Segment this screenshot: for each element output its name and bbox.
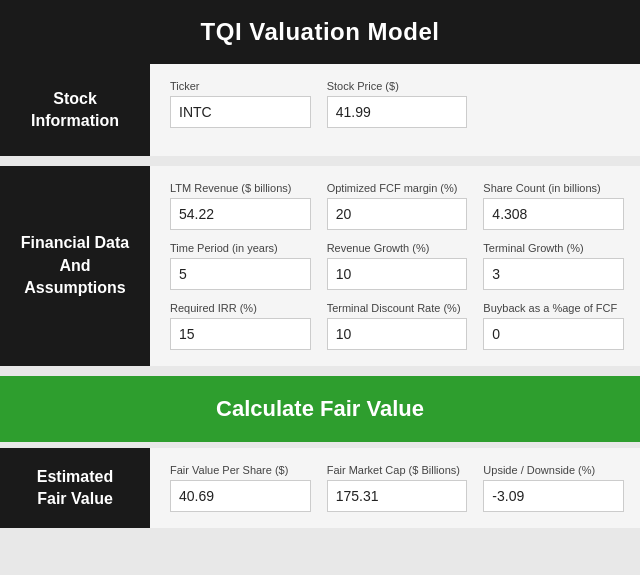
- fair-market-cap-input[interactable]: [327, 480, 468, 512]
- fair-value-share-label: Fair Value Per Share ($): [170, 464, 311, 476]
- fair-market-cap-group: Fair Market Cap ($ Billions): [327, 464, 468, 512]
- terminal-discount-label: Terminal Discount Rate (%): [327, 302, 468, 314]
- upside-downside-label: Upside / Downside (%): [483, 464, 624, 476]
- fcf-margin-label: Optimized FCF margin (%): [327, 182, 468, 194]
- time-period-label: Time Period (in years): [170, 242, 311, 254]
- stock-section-label: StockInformation: [0, 64, 150, 156]
- buyback-pct-label: Buyback as a %age of FCF: [483, 302, 624, 314]
- financial-row-3: Required IRR (%) Terminal Discount Rate …: [170, 302, 624, 350]
- financial-row-1: LTM Revenue ($ billions) Optimized FCF m…: [170, 182, 624, 230]
- required-irr-group: Required IRR (%): [170, 302, 311, 350]
- time-period-group: Time Period (in years): [170, 242, 311, 290]
- stock-fields-row: Ticker Stock Price ($): [170, 80, 624, 128]
- terminal-growth-input[interactable]: [483, 258, 624, 290]
- results-section-label: EstimatedFair Value: [0, 448, 150, 528]
- upside-downside-input[interactable]: [483, 480, 624, 512]
- results-fields-row: Fair Value Per Share ($) Fair Market Cap…: [170, 464, 624, 512]
- revenue-growth-input[interactable]: [327, 258, 468, 290]
- revenue-growth-label: Revenue Growth (%): [327, 242, 468, 254]
- financial-section-content: LTM Revenue ($ billions) Optimized FCF m…: [150, 166, 640, 366]
- ticker-field-group: Ticker: [170, 80, 311, 128]
- share-count-group: Share Count (in billions): [483, 182, 624, 230]
- required-irr-label: Required IRR (%): [170, 302, 311, 314]
- results-section: EstimatedFair Value Fair Value Per Share…: [0, 448, 640, 528]
- stock-price-input[interactable]: [327, 96, 468, 128]
- share-count-label: Share Count (in billions): [483, 182, 624, 194]
- stock-information-section: StockInformation Ticker Stock Price ($): [0, 64, 640, 160]
- time-period-input[interactable]: [170, 258, 311, 290]
- results-content: Fair Value Per Share ($) Fair Market Cap…: [150, 448, 640, 528]
- stock-price-label: Stock Price ($): [327, 80, 468, 92]
- terminal-growth-label: Terminal Growth (%): [483, 242, 624, 254]
- share-count-input[interactable]: [483, 198, 624, 230]
- financial-row-2: Time Period (in years) Revenue Growth (%…: [170, 242, 624, 290]
- financial-section-label: Financial DataAndAssumptions: [0, 166, 150, 366]
- terminal-discount-group: Terminal Discount Rate (%): [327, 302, 468, 350]
- buyback-pct-group: Buyback as a %age of FCF: [483, 302, 624, 350]
- stock-section-content: Ticker Stock Price ($): [150, 64, 640, 156]
- ltm-revenue-label: LTM Revenue ($ billions): [170, 182, 311, 194]
- fcf-margin-group: Optimized FCF margin (%): [327, 182, 468, 230]
- ltm-revenue-group: LTM Revenue ($ billions): [170, 182, 311, 230]
- fair-market-cap-label: Fair Market Cap ($ Billions): [327, 464, 468, 476]
- buyback-pct-input[interactable]: [483, 318, 624, 350]
- terminal-discount-input[interactable]: [327, 318, 468, 350]
- upside-downside-group: Upside / Downside (%): [483, 464, 624, 512]
- ltm-revenue-input[interactable]: [170, 198, 311, 230]
- required-irr-input[interactable]: [170, 318, 311, 350]
- revenue-growth-group: Revenue Growth (%): [327, 242, 468, 290]
- stock-price-field-group: Stock Price ($): [327, 80, 468, 128]
- financial-data-section: Financial DataAndAssumptions LTM Revenue…: [0, 166, 640, 370]
- stock-spacer: [483, 80, 624, 128]
- page-title: TQI Valuation Model: [0, 0, 640, 64]
- fair-value-share-input[interactable]: [170, 480, 311, 512]
- terminal-growth-group: Terminal Growth (%): [483, 242, 624, 290]
- fcf-margin-input[interactable]: [327, 198, 468, 230]
- calculate-button[interactable]: Calculate Fair Value: [0, 376, 640, 442]
- ticker-input[interactable]: [170, 96, 311, 128]
- ticker-label: Ticker: [170, 80, 311, 92]
- fair-value-share-group: Fair Value Per Share ($): [170, 464, 311, 512]
